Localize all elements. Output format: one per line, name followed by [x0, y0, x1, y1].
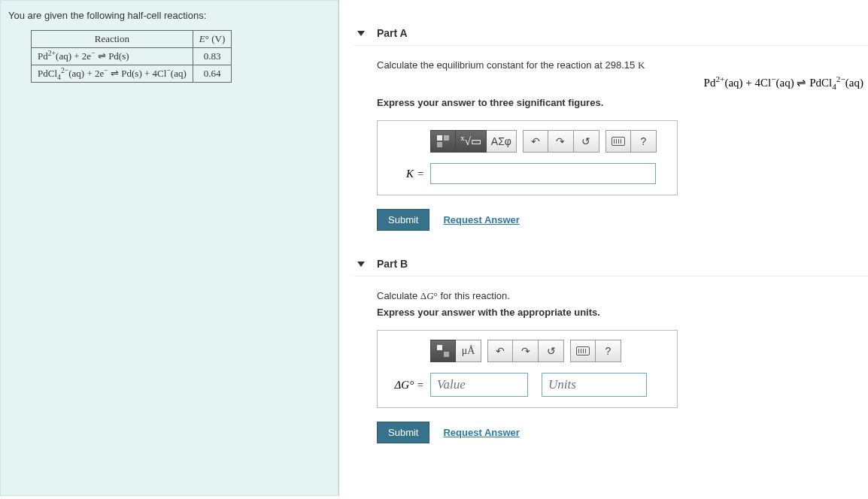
help-button[interactable]: ?: [631, 130, 657, 153]
keyboard-icon: [612, 137, 625, 146]
svg-rect-2: [437, 142, 442, 147]
part-b-toolbar: μÅ ↶ ↷ ↺ ?: [430, 340, 666, 362]
keyboard-icon: [576, 346, 590, 355]
part-b-title: Part B: [377, 258, 408, 270]
submit-button[interactable]: Submit: [377, 209, 429, 231]
svg-rect-3: [437, 345, 442, 350]
chevron-down-icon: [357, 31, 365, 36]
undo-button[interactable]: ↶: [523, 130, 548, 153]
request-answer-link[interactable]: Request Answer: [443, 427, 519, 438]
help-button[interactable]: ?: [596, 340, 621, 362]
templates-button[interactable]: [430, 340, 456, 362]
svg-rect-4: [444, 352, 449, 357]
table-row: PdCl42−(aq) + 2e− ⇌ Pd(s) + 4Cl−(aq) 0.6…: [32, 65, 232, 83]
svg-rect-0: [437, 135, 442, 141]
reset-button[interactable]: ↺: [539, 340, 564, 362]
part-a-title: Part A: [377, 27, 408, 39]
templates-button[interactable]: [430, 130, 456, 153]
reaction-cell: PdCl42−(aq) + 2e− ⇌ Pd(s) + 4Cl−(aq): [32, 65, 193, 83]
chevron-down-icon: [357, 262, 365, 267]
e-cell: 0.83: [193, 48, 231, 65]
col-reaction-header: Reaction: [32, 31, 193, 48]
units-input[interactable]: [542, 373, 647, 397]
keyboard-button[interactable]: [570, 340, 596, 362]
greek-button[interactable]: ΑΣφ: [487, 130, 517, 153]
part-a: Part A Calculate the equilibrium constan…: [354, 21, 868, 231]
svg-rect-1: [444, 135, 449, 141]
k-label: K =: [388, 168, 424, 180]
part-b: Part B Calculate ΔG° for this reaction. …: [354, 252, 868, 443]
table-row: Pd2+(aq) + 2e− ⇌ Pd(s) 0.83: [32, 48, 232, 65]
answer-panel: Part A Calculate the equilibrium constan…: [338, 0, 868, 496]
part-a-answer-box: x√▭ ΑΣφ ↶ ↷ ↺ ? K =: [377, 120, 678, 195]
redo-button[interactable]: ↷: [548, 130, 574, 153]
undo-button[interactable]: ↶: [487, 340, 513, 362]
part-a-prompt: Calculate the equilibrium constant for t…: [377, 59, 868, 71]
part-a-equation: Pd2+(aq) + 4Cl−(aq) ⇌ PdCl42−(aq): [377, 76, 868, 89]
part-b-instruction: Express your answer with the appropriate…: [377, 307, 868, 318]
table-header-row: Reaction E° (V): [32, 31, 232, 48]
k-input[interactable]: [430, 163, 656, 184]
part-a-toolbar: x√▭ ΑΣφ ↶ ↷ ↺ ?: [430, 130, 666, 153]
part-a-instruction: Express your answer to three significant…: [377, 97, 868, 108]
submit-button[interactable]: Submit: [377, 422, 429, 443]
keyboard-button[interactable]: [605, 130, 631, 153]
part-b-prompt: Calculate ΔG° for this reaction.: [377, 290, 868, 302]
reactions-table: Reaction E° (V) Pd2+(aq) + 2e− ⇌ Pd(s) 0…: [31, 30, 232, 83]
reset-button[interactable]: ↺: [574, 130, 599, 153]
part-b-answer-box: μÅ ↶ ↷ ↺ ? ΔG° =: [377, 330, 678, 408]
part-a-header[interactable]: Part A: [354, 21, 868, 46]
reaction-cell: Pd2+(aq) + 2e− ⇌ Pd(s): [32, 48, 193, 65]
value-input[interactable]: [430, 373, 528, 397]
problem-panel: You are given the following half-cell re…: [0, 0, 338, 496]
units-symbol-button[interactable]: μÅ: [456, 340, 481, 362]
intro-text: You are given the following half-cell re…: [8, 10, 330, 21]
sqrt-button[interactable]: x√▭: [456, 130, 487, 153]
request-answer-link[interactable]: Request Answer: [443, 214, 519, 225]
col-e-header: E° (V): [193, 31, 231, 48]
e-cell: 0.64: [193, 65, 231, 83]
dg-label: ΔG° =: [382, 379, 424, 392]
part-b-header[interactable]: Part B: [354, 252, 868, 277]
redo-button[interactable]: ↷: [513, 340, 539, 362]
